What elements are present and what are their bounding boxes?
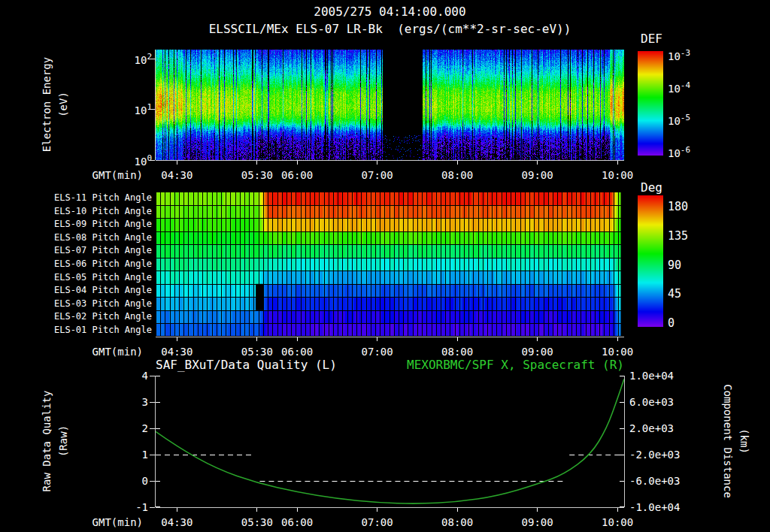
x-axis-tick-label: 05:30: [236, 169, 278, 181]
distance-axis-tick-label: 2.0e+03: [629, 422, 693, 434]
x-axis-tick-label: 06:00: [276, 169, 318, 181]
def-colorbar-tick-1e-4: 10-4: [668, 80, 690, 95]
tick-base: 10: [135, 104, 147, 116]
x-axis-tick-mark: [297, 508, 298, 512]
distance-axis-tick-label: 1.0e+04: [629, 370, 693, 382]
deg-colorbar-tick-label: 45: [668, 287, 681, 301]
x-axis-tick-mark: [177, 161, 177, 165]
electron-energy-spectrogram-canvas: [156, 50, 624, 160]
x-axis-tick-mark: [297, 161, 298, 165]
quality-ylabel-line2: (Raw): [56, 370, 70, 512]
x-axis-line: [156, 507, 624, 508]
spectrogram-left-axis-line: [155, 50, 156, 160]
x-axis-tick-label: 09:00: [517, 169, 559, 181]
y-axis-tick-mark: [150, 428, 155, 429]
tick-base: 10: [135, 156, 147, 168]
pitch-row-label: ELS-06 Pitch Angle: [29, 258, 152, 270]
tick-exp: -6: [681, 145, 690, 155]
x-axis-tick-mark: [457, 161, 458, 165]
x-axis-tick-mark: [377, 161, 377, 165]
quality-axis-tick-label: 0: [115, 475, 148, 487]
pitch-row-label: ELS-10 Pitch Angle: [29, 206, 152, 217]
x-axis-tick-mark: [457, 337, 458, 341]
gmt-label-spectrogram: GMT(min): [77, 169, 143, 181]
tick-exp: 2: [147, 52, 152, 62]
deg-colorbar-tick-label: 135: [668, 229, 688, 243]
quality-axis-tick-label: 1: [115, 449, 148, 461]
pitch-row-label: ELS-01 Pitch Angle: [29, 325, 152, 336]
x-axis-tick-label: 04:30: [156, 346, 198, 358]
pitch-row-label: ELS-02 Pitch Angle: [29, 311, 152, 322]
x-axis-tick-label: 07:00: [356, 346, 399, 358]
right-series-title: MEXORBMC/SPF X, Spacecraft (R): [323, 358, 624, 372]
x-axis-tick-label: 06:00: [276, 516, 318, 528]
x-axis-line: [156, 337, 624, 337]
x-axis-tick-label: 08:00: [436, 516, 478, 528]
tick-base: 10: [135, 54, 147, 66]
deg-colorbar-tick-label: 90: [668, 258, 681, 272]
quality-right-axis-line: [624, 376, 625, 507]
timestamp-title: 2005/275 04:14:00.000: [156, 5, 624, 19]
x-axis-tick-label: 08:00: [436, 346, 478, 358]
mex-els-quicklook-screen: 2005/275 04:14:00.000 ELSSCIL/MEx ELS-07…: [0, 0, 770, 532]
x-axis-tick-label: 06:00: [276, 346, 318, 358]
x-axis-tick-label: 08:00: [436, 169, 478, 181]
x-axis-tick-label: 10:00: [596, 346, 638, 358]
deg-colorbar-title: Deg: [641, 180, 662, 195]
x-axis-tick-mark: [256, 161, 257, 165]
y-axis-tick-mark: [150, 109, 155, 110]
tick-exp: -4: [681, 80, 690, 90]
spectrogram-ylabel-line1: Electron Energy: [40, 33, 53, 176]
pitch-row-label: ELS-07 Pitch Angle: [29, 245, 152, 256]
spectrogram-ylabel-line2: (eV): [56, 33, 70, 176]
tick-exp: -5: [681, 113, 690, 122]
y-axis-tick-mark: [150, 507, 155, 508]
distance-axis-tick-label: -2.0e+03: [629, 449, 693, 461]
x-axis-tick-mark: [256, 508, 257, 512]
quality-axis-tick-label: -1: [115, 501, 148, 513]
def-colorbar-tick-1e-3: 10-3: [668, 48, 690, 62]
def-colorbar-title: DEF: [641, 32, 662, 46]
y-axis-tick-mark: [150, 402, 155, 403]
y-axis-tick-mark: [150, 376, 155, 376]
x-axis-tick-mark: [617, 508, 618, 512]
distance-axis-tick-label: 6.0e+03: [629, 396, 693, 408]
x-axis-line: [156, 160, 624, 161]
x-axis-tick-mark: [537, 508, 538, 512]
distance-ylabel-line1: Component Distance: [721, 370, 735, 512]
quality-axis-tick-label: 4: [115, 370, 148, 382]
deg-colorbar: [638, 195, 663, 327]
plot-title: ELSSCIL/MEx ELS-07 LR-Bk (ergs/(cm**2-sr…: [118, 22, 662, 36]
quality-left-axis-line: [155, 376, 156, 507]
gmt-label-pitch: GMT(min): [77, 346, 143, 358]
tick-exp: 0: [147, 153, 152, 163]
def-colorbar-tick-1e-6: 10-6: [668, 145, 690, 159]
x-axis-tick-label: 07:00: [356, 516, 399, 528]
quality-ylabel-line1: Raw Data Quality: [40, 370, 53, 512]
x-axis-tick-label: 09:00: [517, 346, 559, 358]
quality-title: SAF_BXuT/Data Quality (L): [156, 358, 337, 372]
y-axis-tick-mark: [150, 160, 155, 161]
x-axis-tick-mark: [377, 337, 377, 341]
tick-base: 10: [668, 115, 681, 127]
x-axis-tick-mark: [617, 337, 618, 341]
x-axis-tick-label: 10:00: [596, 169, 638, 181]
spectrogram-y-tick-1e0: 100: [111, 153, 152, 168]
tick-exp: -3: [681, 48, 690, 58]
quality-axis-tick-label: 2: [115, 422, 148, 434]
distance-axis-tick-label: -6.0e+03: [629, 475, 693, 487]
distance-axis-tick-label: -1.0e+04: [629, 501, 693, 513]
x-axis-tick-mark: [177, 508, 177, 512]
y-axis-tick-mark: [150, 59, 155, 59]
spectrogram-y-tick-1e2: 102: [111, 52, 152, 66]
x-axis-tick-label: 10:00: [596, 516, 638, 528]
pitch-row-label: ELS-08 Pitch Angle: [29, 232, 152, 243]
gmt-label-quality: GMT(min): [77, 516, 143, 528]
x-axis-tick-mark: [177, 337, 177, 341]
pitch-row-label: ELS-11 Pitch Angle: [29, 192, 152, 204]
deg-colorbar-tick-label: 0: [668, 316, 675, 330]
def-colorbar: [638, 51, 663, 156]
x-axis-tick-mark: [537, 161, 538, 165]
x-axis-tick-label: 04:30: [156, 169, 198, 181]
pitch-angle-heatmap-canvas: [156, 192, 624, 337]
